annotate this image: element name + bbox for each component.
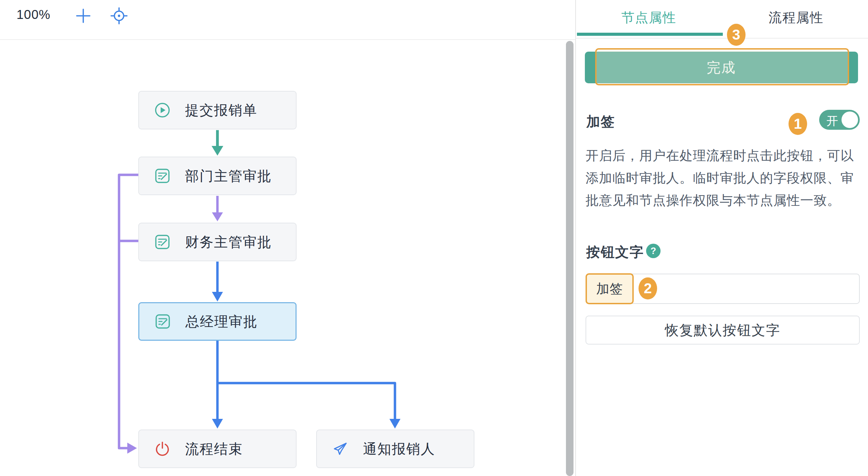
- node-label: 财务主管审批: [185, 233, 272, 252]
- flow-canvas[interactable]: 100%: [0, 0, 575, 476]
- locate-center-button[interactable]: [110, 8, 128, 25]
- annotation-box-complete: [595, 48, 849, 85]
- annotation-badge-1: 1: [789, 113, 807, 135]
- annotation-badge-2: 2: [639, 277, 657, 299]
- arrowhead: [212, 419, 223, 429]
- node-process-end[interactable]: 流程结束: [138, 430, 297, 468]
- node-submit-expense[interactable]: 提交报销单: [138, 91, 297, 129]
- button-text-label: 按钮文字: [586, 243, 644, 262]
- toggle-knob: [842, 112, 858, 128]
- node-notify-submitter[interactable]: 通知报销人: [316, 430, 474, 468]
- plus-icon: [75, 8, 92, 25]
- send-icon: [332, 441, 349, 457]
- help-icon[interactable]: ?: [646, 244, 661, 258]
- document-edit-icon: [154, 168, 171, 184]
- connector-dept-end: [119, 175, 138, 448]
- connector-gm-notify: [217, 383, 395, 420]
- workflow-editor: 100%: [0, 0, 868, 476]
- document-edit-icon: [154, 313, 171, 330]
- node-dept-approval[interactable]: 部门主管审批: [138, 157, 297, 195]
- zoom-in-button[interactable]: [74, 8, 92, 25]
- arrowhead: [212, 146, 223, 156]
- countersign-description: 开启后，用户在处理流程时点击此按钮，可以添加临时审批人。临时审批人的字段权限、审…: [586, 145, 861, 212]
- document-edit-icon: [154, 234, 171, 250]
- button-text-value: 加签: [586, 273, 634, 304]
- toolbar-divider: [0, 39, 575, 40]
- arrowhead: [212, 292, 223, 302]
- power-icon: [154, 441, 171, 457]
- active-tab-underline: [577, 33, 723, 36]
- toggle-on-label: 开: [826, 113, 838, 129]
- annotation-badge-3: 3: [727, 24, 746, 46]
- arrowhead: [212, 212, 223, 221]
- node-label: 部门主管审批: [185, 167, 272, 186]
- countersign-label: 加签: [586, 112, 615, 131]
- tab-flow-properties[interactable]: 流程属性: [744, 9, 848, 27]
- node-label: 通知报销人: [363, 440, 435, 458]
- zoom-level-display: 100%: [17, 8, 51, 22]
- node-label: 提交报销单: [185, 101, 257, 120]
- panel-header-divider: [575, 38, 868, 39]
- countersign-toggle[interactable]: 开: [819, 110, 860, 130]
- play-circle-icon: [154, 102, 171, 118]
- crosshair-icon: [110, 7, 128, 26]
- tab-node-properties[interactable]: 节点属性: [597, 9, 700, 27]
- node-label: 总经理审批: [185, 312, 258, 331]
- node-finance-approval[interactable]: 财务主管审批: [138, 223, 297, 261]
- node-gm-approval[interactable]: 总经理审批: [138, 302, 297, 341]
- arrowhead: [389, 419, 400, 429]
- arrowhead: [127, 443, 137, 454]
- panel-scrollbar[interactable]: [566, 41, 574, 476]
- restore-default-button[interactable]: 恢复默认按钮文字: [586, 316, 860, 345]
- node-label: 流程结束: [185, 440, 243, 458]
